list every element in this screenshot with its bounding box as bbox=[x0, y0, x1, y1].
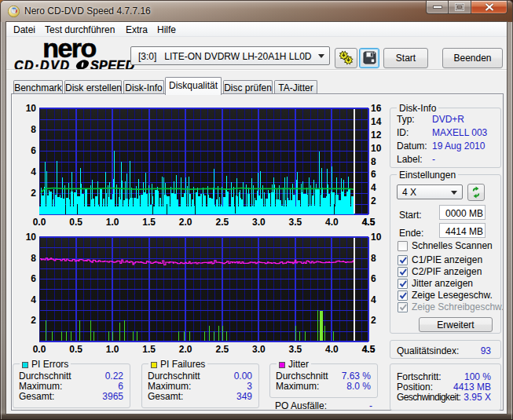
svg-text:0.5: 0.5 bbox=[69, 217, 82, 228]
svg-text:14: 14 bbox=[371, 116, 382, 127]
svg-text:3.0: 3.0 bbox=[252, 217, 266, 228]
svg-text:8: 8 bbox=[371, 253, 376, 264]
svg-text:12: 12 bbox=[371, 130, 382, 141]
svg-text:2: 2 bbox=[371, 195, 376, 206]
svg-text:4: 4 bbox=[31, 294, 36, 305]
svg-text:1.0: 1.0 bbox=[106, 217, 119, 228]
svg-text:4: 4 bbox=[371, 294, 376, 305]
svg-text:2.0: 2.0 bbox=[179, 344, 192, 355]
svg-text:1.5: 1.5 bbox=[142, 344, 156, 355]
svg-text:3.0: 3.0 bbox=[252, 344, 266, 355]
svg-text:10: 10 bbox=[26, 232, 37, 243]
svg-text:16: 16 bbox=[371, 103, 382, 114]
svg-text:10: 10 bbox=[371, 143, 382, 154]
svg-text:4: 4 bbox=[31, 166, 36, 177]
svg-text:2: 2 bbox=[371, 315, 376, 326]
svg-text:4.0: 4.0 bbox=[325, 344, 339, 355]
svg-text:8: 8 bbox=[31, 124, 36, 135]
svg-text:10: 10 bbox=[26, 103, 37, 114]
svg-text:4.5: 4.5 bbox=[362, 217, 376, 228]
svg-text:2: 2 bbox=[31, 315, 36, 326]
svg-text:4: 4 bbox=[371, 182, 376, 193]
svg-text:0.0: 0.0 bbox=[33, 344, 46, 355]
svg-text:8: 8 bbox=[371, 156, 376, 167]
svg-text:1.5: 1.5 bbox=[142, 217, 156, 228]
svg-text:6: 6 bbox=[371, 169, 376, 180]
svg-text:4.5: 4.5 bbox=[362, 344, 376, 355]
svg-text:1.0: 1.0 bbox=[106, 344, 119, 355]
svg-text:3.5: 3.5 bbox=[289, 344, 302, 355]
svg-text:10: 10 bbox=[371, 232, 382, 243]
svg-text:3.5: 3.5 bbox=[289, 217, 302, 228]
svg-text:0.0: 0.0 bbox=[33, 217, 46, 228]
svg-text:2: 2 bbox=[31, 188, 36, 199]
svg-text:0.5: 0.5 bbox=[69, 344, 82, 355]
svg-text:2.5: 2.5 bbox=[215, 344, 229, 355]
svg-text:8: 8 bbox=[31, 253, 36, 264]
svg-text:2.0: 2.0 bbox=[179, 217, 192, 228]
svg-text:6: 6 bbox=[371, 273, 376, 284]
svg-text:4.0: 4.0 bbox=[325, 217, 339, 228]
svg-text:6: 6 bbox=[31, 145, 36, 156]
svg-text:6: 6 bbox=[31, 273, 36, 284]
svg-text:2.5: 2.5 bbox=[215, 217, 229, 228]
